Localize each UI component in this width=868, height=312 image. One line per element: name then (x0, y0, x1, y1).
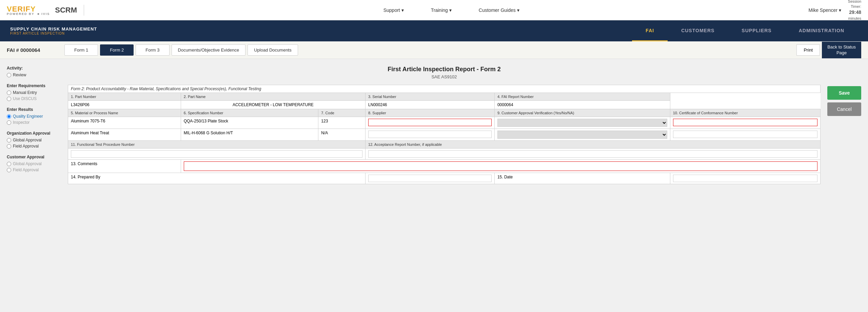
table-row-aluminum: Aluminum 7075-T6 QQA-250/13 Plate Stock … (68, 117, 821, 129)
sidebar-item-use-discus[interactable]: Use DISCUS (7, 96, 61, 102)
org-approval-label: Organization Approval (7, 131, 61, 136)
tab-administration[interactable]: ADMINISTRATION (785, 20, 858, 41)
form-description: Form 2: Product Accountability - Raw Mat… (68, 85, 821, 93)
customer-approval-select-1[interactable]: Yes No NA (497, 119, 667, 127)
table-header-row2: 5. Material or Process Name 6. Specifica… (68, 109, 821, 117)
top-menu: Support ▾ Training ▾ Customer Guides ▾ (94, 7, 808, 13)
code-1: 123 (318, 117, 366, 129)
fai-tabs: Form 1 Form 2 Form 3 Documents/Objective… (64, 44, 793, 56)
fai-number: FAI # 0000064 (7, 47, 54, 53)
table-header-functional: 11. Functional Test Procedure Number 12.… (68, 141, 821, 149)
right-actions: Save Cancel (827, 66, 861, 184)
save-button[interactable]: Save (827, 86, 861, 100)
header-spec-number: 6. Specification Number (181, 109, 318, 117)
date-input[interactable] (673, 175, 817, 182)
header-serial-number: 3. Serial Number (366, 93, 495, 101)
sidebar-item-manual-entry[interactable]: Manual Entry (7, 90, 61, 96)
activity-label: Activity: (7, 66, 61, 71)
customer-guides-arrow-icon: ▾ (517, 7, 519, 13)
date-value[interactable] (670, 173, 820, 184)
session-timer: Session Timer: 29:48 minutes (848, 0, 861, 21)
tab-documents[interactable]: Documents/Objective Evidence (172, 44, 246, 56)
supplier-input-1[interactable] (366, 117, 495, 129)
header-material-process: 5. Material or Process Name (68, 109, 181, 117)
tab-form1[interactable]: Form 1 (64, 44, 98, 56)
value-fai-report: 0000064 (494, 101, 670, 109)
top-nav-right: Mike Spencer ▾ Session Timer: 29:48 minu… (808, 0, 861, 21)
material-name-2: Aluminum Heat Treat (68, 129, 181, 141)
acceptance-report-input[interactable] (368, 150, 817, 158)
header-functional-test: 11. Functional Test Procedure Number (68, 141, 366, 149)
header-supplier: 8. Supplier (366, 109, 495, 117)
support-arrow-icon: ▾ (401, 7, 404, 13)
table-row-comments: 13. Comments (68, 160, 821, 173)
tab-suppliers[interactable]: SUPPLIERS (728, 20, 785, 41)
value-part-name: ACCELEROMETER - LOW TEMPERATURE (181, 101, 365, 109)
conformance-1[interactable] (670, 117, 820, 129)
scrm-label: SCRM (55, 6, 77, 15)
tab-customers[interactable]: CUSTOMERS (668, 20, 728, 41)
header-prepared-by: 14. Prepared By (68, 173, 366, 184)
code-2: N/A (318, 129, 366, 141)
main-nav-tabs: FAI CUSTOMERS SUPPLIERS ADMINISTRATION (117, 20, 858, 41)
customer-approval-select-2[interactable]: Yes No NA (497, 131, 667, 139)
header-conformance: 10. Certificate of Conformance Number (670, 109, 820, 117)
support-menu[interactable]: Support ▾ (383, 7, 404, 13)
sidebar-item-field-approval[interactable]: Field Approval (7, 143, 61, 149)
comments-value[interactable] (181, 160, 820, 173)
sidebar-item-customer-global-approval[interactable]: Global Approval (7, 161, 61, 167)
prepared-by-input[interactable] (368, 175, 492, 182)
sidebar-item-customer-field-approval[interactable]: Field Approval (7, 167, 61, 173)
fai-action-buttons: Print Back to StatusPage (796, 42, 861, 59)
sidebar-customer-approval: Customer Approval Global Approval Field … (7, 155, 61, 173)
back-to-status-button[interactable]: Back to StatusPage (822, 42, 861, 59)
user-arrow-icon: ▾ (839, 7, 841, 13)
tab-fai[interactable]: FAI (632, 20, 668, 41)
functional-test-input[interactable] (71, 150, 362, 158)
sidebar-item-quality-engineer[interactable]: Quality Engineer (7, 113, 61, 119)
sidebar-item-review[interactable]: Review (7, 72, 61, 78)
tab-form2[interactable]: Form 2 (100, 44, 134, 56)
header-customer-approval: 9. Customer Approval Verification (Yes/N… (494, 109, 670, 117)
material-name-1: Aluminum 7075-T6 (68, 117, 181, 129)
user-menu[interactable]: Mike Spencer ▾ (808, 7, 841, 13)
brand-area: SUPPLY CHAIN RISK MANAGEMENT FIRST ARTIC… (10, 20, 97, 41)
comments-input[interactable] (184, 161, 817, 171)
acceptance-report-value[interactable] (366, 149, 821, 160)
tab-upload[interactable]: Upload Documents (248, 44, 298, 56)
fai-header: FAI # 0000064 Form 1 Form 2 Form 3 Docum… (0, 41, 868, 59)
form-title: First Article Inspection Report - Form 2 (68, 66, 821, 73)
sidebar-item-inspector[interactable]: Inspector (7, 119, 61, 125)
spec-number-2: MIL-H-6068 G Solution H/T (181, 129, 318, 141)
supplier-field-2[interactable] (368, 131, 492, 138)
customer-approval-1[interactable]: Yes No NA (494, 117, 670, 129)
main-navigation: SUPPLY CHAIN RISK MANAGEMENT FIRST ARTIC… (0, 20, 868, 41)
customer-guides-menu[interactable]: Customer Guides ▾ (479, 7, 519, 13)
customer-approval-2[interactable]: Yes No NA (494, 129, 670, 141)
table-data-row1: L3426P06 ACCELEROMETER - LOW TEMPERATURE… (68, 101, 821, 109)
header-code: 7. Code (318, 109, 366, 117)
conformance-field-1[interactable] (673, 119, 817, 126)
supplier-input-2[interactable] (366, 129, 495, 141)
training-menu[interactable]: Training ▾ (431, 7, 452, 13)
verify-logo: VERIFY POWERED BY ■ IVIS (7, 5, 50, 16)
prepared-by-value[interactable] (366, 173, 495, 184)
conformance-field-2[interactable] (673, 131, 817, 138)
sidebar-item-global-approval[interactable]: Global Approval (7, 137, 61, 143)
tab-form3[interactable]: Form 3 (136, 44, 169, 56)
supplier-field-1[interactable] (368, 119, 492, 126)
print-button[interactable]: Print (796, 44, 820, 56)
conformance-2[interactable] (670, 129, 820, 141)
cancel-button[interactable]: Cancel (827, 102, 861, 116)
enter-req-label: Enter Requirements (7, 83, 61, 88)
brand-title: SUPPLY CHAIN RISK MANAGEMENT (10, 26, 97, 32)
header-date: 15. Date (494, 173, 670, 184)
top-navigation: VERIFY POWERED BY ■ IVIS SCRM Support ▾ … (0, 0, 868, 20)
form-subtitle: SAE AS9102 (68, 74, 821, 79)
header-part-number: 1. Part Number (68, 93, 181, 101)
table-row-functional (68, 149, 821, 160)
table-row-heat-treat: Aluminum Heat Treat MIL-H-6068 G Solutio… (68, 129, 821, 141)
brand-subtitle: FIRST ARTICLE INSPECTION (10, 32, 97, 35)
spec-number-1: QQA-250/13 Plate Stock (181, 117, 318, 129)
functional-test-value[interactable] (68, 149, 366, 160)
